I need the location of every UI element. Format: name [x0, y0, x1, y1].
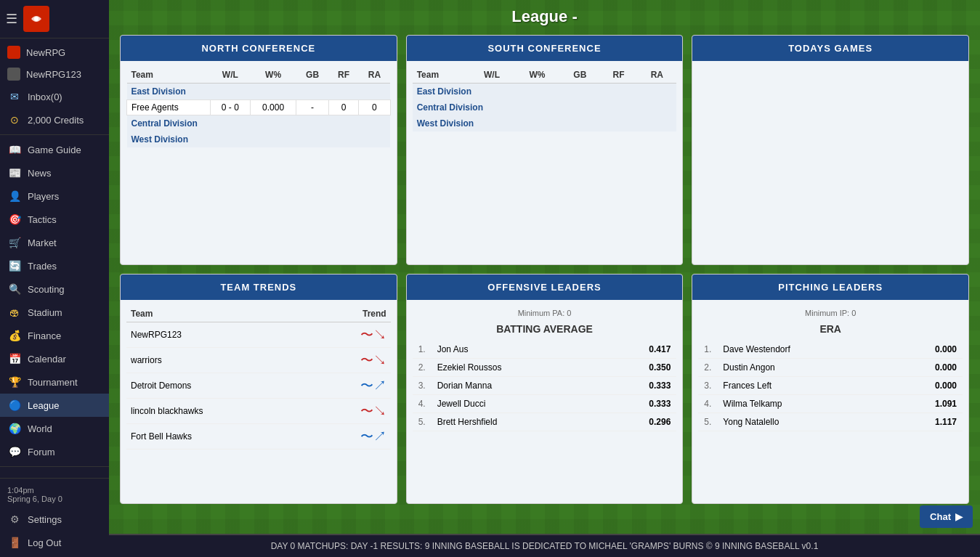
sidebar-item-world[interactable]: 🌍 World [0, 417, 109, 440]
trends-col-trend: Trend [311, 306, 391, 322]
trends-row: lincoln blackhawks〜↘ [126, 399, 391, 424]
sidebar-team1[interactable]: NewRPG [0, 41, 109, 63]
leader-value: 1.117 [889, 413, 963, 431]
pitching-leader-row: 1.Dave Westendorf0.000 [698, 341, 963, 359]
trend-team-name: lincoln blackhawks [126, 399, 311, 424]
sidebar-credits[interactable]: ⊙ 2,000 Credits [0, 108, 109, 131]
finance-icon: 💰 [7, 328, 22, 343]
news-icon: 📰 [7, 166, 22, 180]
leader-value: 0.333 [602, 395, 676, 413]
app-logo [23, 6, 49, 32]
sidebar-item-tournament[interactable]: 🏆 Tournament [0, 370, 109, 394]
inbox-icon: ✉ [7, 89, 22, 104]
leader-name: Jon Aus [432, 341, 602, 359]
sidebar-item-forum[interactable]: 💬 Forum [0, 440, 109, 463]
south-col-ra: RA [637, 67, 676, 84]
trend-team-name: warriors [126, 348, 311, 373]
offensive-leader-row: 5.Brett Hershfield0.296 [413, 413, 677, 431]
team-trends-body: Team Trend NewRPG123〜↘warriors〜↘Detroit … [121, 300, 397, 503]
leader-rank: 3. [698, 377, 717, 395]
bottom-panels-row: TEAM TRENDS Team Trend NewRPG123〜↘warrio… [120, 274, 969, 504]
sidebar-settings[interactable]: ⚙ Settings [0, 508, 109, 531]
sidebar-item-players[interactable]: 👤 Players [0, 184, 109, 208]
ticker: DAY 0 MATCHUPS: DAY -1 RESULTS: 9 INNING… [109, 534, 980, 557]
trend-team-name: Fort Bell Hawks [126, 424, 311, 450]
north-conference-body: Team W/L W% GB RF RA East Division [121, 61, 397, 264]
north-col-wpct: W% [250, 67, 296, 84]
offensive-leader-row: 2.Ezekiel Roussos0.350 [413, 359, 677, 377]
sidebar-profile: 1:04pm Spring 6, Day 0 ⚙ Settings 🚪 Log … [0, 478, 109, 557]
sidebar-item-market[interactable]: 🛒 Market [0, 231, 109, 254]
pitching-leader-row: 3.Frances Left0.000 [698, 377, 963, 395]
sidebar-item-trades[interactable]: 🔄 Trades [0, 254, 109, 277]
north-conference-table: Team W/L W% GB RF RA East Division [126, 67, 391, 147]
sidebar-logout[interactable]: 🚪 Log Out [0, 531, 109, 554]
sidebar-item-scouting[interactable]: 🔍 Scouting [0, 277, 109, 301]
sidebar-inbox[interactable]: ✉ Inbox(0) [0, 85, 109, 108]
sidebar-item-news[interactable]: 📰 News [0, 161, 109, 184]
leader-value: 1.091 [889, 395, 963, 413]
south-east-division-row: East Division [413, 84, 677, 100]
team2-icon [7, 68, 20, 81]
sidebar-item-calendar[interactable]: 📅 Calendar [0, 347, 109, 370]
sidebar-item-tactics[interactable]: 🎯 Tactics [0, 208, 109, 231]
sidebar-item-league[interactable]: 🔵 League [0, 394, 109, 417]
pitching-leader-row: 2.Dustin Angon0.000 [698, 359, 963, 377]
leader-rank: 4. [698, 395, 717, 413]
world-icon: 🌍 [7, 421, 22, 436]
leader-name: Wilma Telkamp [717, 395, 889, 413]
leader-value: 0.350 [602, 359, 676, 377]
trends-row: Detroit Demons〜↗ [126, 373, 391, 399]
offensive-leader-row: 1.Jon Aus0.417 [413, 341, 677, 359]
offensive-min-label: Minimum PA: 0 [413, 306, 677, 320]
north-col-gb: GB [296, 67, 328, 84]
north-east-division-row: East Division [127, 84, 391, 100]
logout-icon: 🚪 [7, 535, 22, 550]
chat-button[interactable]: Chat ▶ [920, 505, 973, 528]
trend-down-icon: 〜↘ [360, 328, 386, 342]
offensive-leader-row: 3.Dorian Manna0.333 [413, 377, 677, 395]
north-col-ra: RA [359, 67, 390, 84]
leader-name: Dave Westendorf [717, 341, 889, 359]
north-conference-header: NORTH CONFERENCE [121, 36, 397, 61]
leader-rank: 2. [698, 359, 717, 377]
sidebar: ☰ NewRPG NewRPG123 ✉ Inbox(0) ⊙ 2,000 Cr… [0, 0, 109, 557]
pitching-leader-row: 5.Yong Natalello1.117 [698, 413, 963, 431]
sidebar-item-finance[interactable]: 💰 Finance [0, 324, 109, 347]
north-col-wl: W/L [210, 67, 250, 84]
leader-name: Frances Left [717, 377, 889, 395]
sidebar-time: 1:04pm Spring 6, Day 0 [0, 481, 109, 508]
main-content: League - NORTH CONFERENCE Team W/L W% GB [109, 0, 980, 534]
pitching-leaders-header: PITCHING LEADERS [692, 275, 968, 300]
north-conference-panel: NORTH CONFERENCE Team W/L W% GB RF RA [120, 35, 397, 265]
south-central-division-row: Central Division [413, 99, 677, 115]
leader-rank: 4. [413, 395, 432, 413]
players-icon: 👤 [7, 189, 22, 203]
chat-label: Chat [930, 511, 951, 522]
game-guide-icon: 📖 [7, 142, 22, 157]
trend-team-name: NewRPG123 [126, 322, 311, 348]
team-trends-panel: TEAM TRENDS Team Trend NewRPG123〜↘warrio… [120, 274, 397, 504]
trades-icon: 🔄 [7, 259, 22, 273]
sidebar-item-game-guide[interactable]: 📖 Game Guide [0, 138, 109, 161]
leader-rank: 3. [413, 377, 432, 395]
south-conference-header: SOUTH CONFERENCE [407, 36, 683, 61]
top-panels-row: NORTH CONFERENCE Team W/L W% GB RF RA [120, 35, 969, 265]
sidebar-team2[interactable]: NewRPG123 [0, 63, 109, 85]
north-col-rf: RF [328, 67, 358, 84]
menu-icon[interactable]: ☰ [6, 11, 17, 27]
north-central-division-row: Central Division [127, 115, 391, 132]
pitching-leaders-table: 1.Dave Westendorf0.0002.Dustin Angon0.00… [698, 341, 963, 431]
leader-value: 0.417 [602, 341, 676, 359]
todays-games-body [692, 61, 968, 264]
settings-icon: ⚙ [7, 512, 22, 526]
sidebar-item-stadium[interactable]: 🏟 Stadium [0, 301, 109, 324]
credits-icon: ⊙ [7, 113, 22, 127]
leader-value: 0.000 [889, 359, 963, 377]
pitching-leaders-panel: PITCHING LEADERS Minimum IP: 0 ERA 1.Dav… [692, 274, 969, 504]
leader-value: 0.296 [602, 413, 676, 431]
south-conference-body: Team W/L W% GB RF RA East Division [407, 61, 683, 264]
leader-rank: 1. [413, 341, 432, 359]
calendar-icon: 📅 [7, 351, 22, 366]
leader-rank: 5. [698, 413, 717, 431]
